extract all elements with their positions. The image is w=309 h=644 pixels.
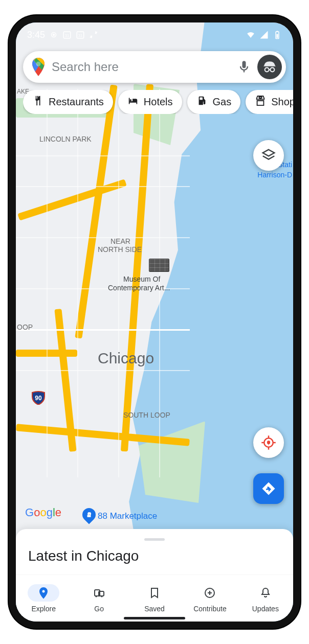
restaurant-icon bbox=[32, 95, 43, 109]
interstate-shield: 90 bbox=[31, 390, 46, 405]
chip-label: Gas bbox=[213, 96, 232, 108]
map-label-near-north-2: NORTH SIDE bbox=[98, 245, 142, 254]
transit-icon bbox=[93, 587, 105, 599]
nav-label: Saved bbox=[144, 605, 165, 613]
search-bar[interactable] bbox=[23, 51, 286, 83]
nav-label: Contribute bbox=[193, 605, 227, 613]
plus-circle-icon bbox=[204, 587, 216, 599]
directions-icon bbox=[261, 481, 276, 496]
road bbox=[16, 155, 190, 156]
map-water-label-2: Harrison-D bbox=[257, 171, 292, 179]
signal-icon bbox=[259, 30, 269, 39]
sheet-title: Latest in Chicago bbox=[28, 548, 281, 564]
map-poi-museum-1[interactable]: Museum Of bbox=[123, 275, 160, 283]
road bbox=[47, 89, 48, 477]
mic-icon[interactable] bbox=[237, 60, 251, 74]
svg-rect-8 bbox=[277, 31, 278, 32]
road bbox=[16, 186, 190, 187]
battery-icon bbox=[273, 30, 282, 39]
status-dot-icon bbox=[49, 30, 58, 39]
map-label-lincoln-park: LINCOLN PARK bbox=[39, 135, 92, 143]
road bbox=[118, 89, 119, 477]
chip-gas[interactable]: Gas bbox=[187, 90, 241, 114]
status-time: 3:45 bbox=[27, 30, 45, 40]
bookmark-icon bbox=[148, 587, 161, 599]
sheet-handle[interactable] bbox=[144, 538, 165, 541]
hotel-icon bbox=[127, 95, 139, 109]
bottom-sheet[interactable]: Latest in Chicago bbox=[16, 529, 293, 574]
svg-point-2 bbox=[53, 34, 55, 36]
chip-restaurants[interactable]: Restaurants bbox=[23, 90, 113, 114]
svg-text:?: ? bbox=[267, 440, 271, 447]
phone-frame: AKE LINCOLN PARK NEAR NORTH SIDE OOP Chi… bbox=[9, 15, 300, 629]
map-label-south-loop: SOUTH LOOP bbox=[123, 411, 170, 419]
svg-rect-9 bbox=[277, 34, 278, 38]
search-input[interactable] bbox=[52, 60, 231, 74]
gas-icon bbox=[196, 95, 208, 109]
map-label-near-north-1: NEAR bbox=[111, 237, 130, 245]
status-pinwheel-icon bbox=[89, 30, 98, 39]
svg-text:31: 31 bbox=[78, 33, 82, 38]
bottom-nav: Explore Go Saved bbox=[16, 574, 293, 622]
chip-shop[interactable]: Shop bbox=[246, 90, 293, 114]
svg-point-12 bbox=[270, 67, 274, 72]
road bbox=[77, 89, 78, 477]
status-bar: 3:45 31 31 bbox=[16, 22, 293, 47]
svg-point-10 bbox=[36, 62, 41, 66]
nav-updates[interactable]: Updates bbox=[238, 575, 293, 622]
directions-button[interactable] bbox=[253, 473, 284, 504]
svg-text:31: 31 bbox=[65, 33, 69, 38]
crosshair-icon: ? bbox=[261, 435, 276, 450]
shop-icon bbox=[255, 95, 266, 109]
nav-go[interactable]: Go bbox=[71, 575, 126, 622]
nav-label: Go bbox=[94, 605, 104, 613]
park bbox=[139, 421, 205, 503]
wifi-icon bbox=[246, 30, 255, 39]
svg-point-11 bbox=[265, 67, 269, 72]
map-label-loop-partial: OOP bbox=[17, 323, 33, 331]
road bbox=[16, 370, 190, 371]
road bbox=[16, 329, 190, 331]
chip-hotels[interactable]: Hotels bbox=[118, 90, 182, 114]
layers-button[interactable] bbox=[253, 140, 284, 171]
status-calendar-icon: 31 bbox=[62, 30, 72, 39]
chip-label: Restaurants bbox=[49, 96, 104, 108]
nav-saved[interactable]: Saved bbox=[127, 575, 182, 622]
map-city-label: Chicago bbox=[98, 350, 154, 367]
chip-label: Shop bbox=[271, 96, 293, 108]
gesture-bar[interactable] bbox=[124, 617, 185, 619]
google-attribution: Google bbox=[25, 506, 61, 519]
road bbox=[16, 237, 190, 238]
category-chips-row[interactable]: Restaurants Hotels Gas bbox=[23, 90, 293, 114]
nav-contribute[interactable]: Contribute bbox=[182, 575, 237, 622]
profile-avatar-incognito[interactable] bbox=[257, 55, 282, 79]
svg-point-20 bbox=[101, 595, 102, 597]
screen: AKE LINCOLN PARK NEAR NORTH SIDE OOP Chi… bbox=[16, 22, 293, 622]
nav-explore[interactable]: Explore bbox=[16, 575, 71, 622]
map-poi-marketplace[interactable]: 88 Marketplace bbox=[98, 511, 157, 521]
svg-point-16 bbox=[42, 590, 45, 592]
chip-label: Hotels bbox=[144, 96, 173, 108]
poi-building-icon[interactable] bbox=[149, 259, 169, 272]
layers-icon bbox=[261, 148, 276, 163]
maps-logo-icon bbox=[31, 58, 46, 76]
nav-label: Updates bbox=[252, 605, 279, 613]
pin-icon bbox=[37, 587, 50, 599]
road bbox=[159, 89, 160, 477]
nav-label: Explore bbox=[31, 605, 55, 613]
status-calendar-icon-2: 31 bbox=[76, 30, 85, 39]
my-location-button[interactable]: ? bbox=[253, 427, 284, 458]
bell-icon bbox=[259, 587, 272, 599]
map-poi-museum-2[interactable]: Contemporary Art... bbox=[108, 284, 170, 292]
svg-point-19 bbox=[95, 595, 97, 597]
svg-text:90: 90 bbox=[35, 395, 42, 402]
